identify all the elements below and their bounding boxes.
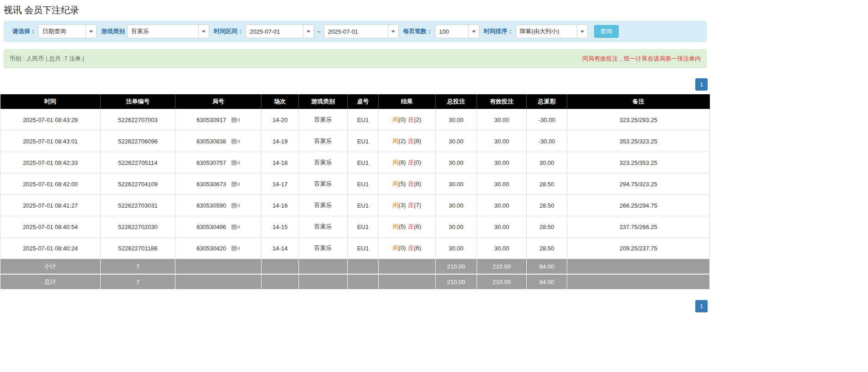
cell-session: 14-14 <box>262 238 299 259</box>
page-size-value: 100 <box>436 28 468 35</box>
round-id-text: 630530838 <box>196 138 226 145</box>
round-id-text: 630530757 <box>196 159 226 166</box>
query-type-select[interactable]: 日期查询 <box>38 25 97 38</box>
cell-note: 323.25/293.25 <box>567 109 710 131</box>
cell-time: 2025-07-01 08:42:33 <box>0 152 101 173</box>
cell-game-type: 百家乐 <box>299 195 348 216</box>
cell-session: 14-15 <box>262 216 299 238</box>
cell-valid-bet: 30.00 <box>477 131 527 152</box>
cell-game-type: 百家乐 <box>299 152 348 173</box>
col-time: 时间 <box>0 94 101 109</box>
cell-table: EU1 <box>348 195 379 216</box>
table-row: 2025-07-01 08:42:00 522622704109 6305306… <box>0 173 710 195</box>
cell-valid-bet: 30.00 <box>477 238 527 259</box>
chevron-down-icon <box>388 25 398 38</box>
cell-total-bet[interactable]: 30.00 <box>436 195 477 216</box>
query-type-value: 日期查询 <box>39 27 86 36</box>
cell-note: 323.25/353.25 <box>567 152 710 173</box>
col-game-type: 游戏类别 <box>299 94 348 109</box>
cell-valid-bet: 30.00 <box>477 216 527 238</box>
cell-time: 2025-07-01 08:41:27 <box>0 195 101 216</box>
total-payout: 84.00 <box>527 274 567 290</box>
result-banker-score: (7) <box>414 202 421 209</box>
game-type-label: 游戏类别 <box>101 27 125 36</box>
result-player-label: 闲 <box>393 223 399 230</box>
game-type-select[interactable]: 百家乐 <box>127 25 209 38</box>
cell-session: 14-17 <box>262 173 299 195</box>
cell-table: EU1 <box>348 109 379 131</box>
col-result: 结果 <box>379 94 436 109</box>
cell-total-bet[interactable]: 30.00 <box>436 109 477 131</box>
chevron-down-icon <box>86 25 96 38</box>
cell-table: EU1 <box>348 238 379 259</box>
video-replay-icon[interactable] <box>231 138 240 145</box>
result-player-label: 闲 <box>393 245 399 251</box>
info-bar: 币别 : 人民币 | 总共 :7 注单 | 同局有效投注，统一计算在该局第一张注… <box>4 49 707 68</box>
sort-order-select[interactable]: 降冪(由大到小) <box>516 25 588 38</box>
cell-session: 14-18 <box>262 152 299 173</box>
cell-round-id: 630530757 <box>175 152 262 173</box>
col-note: 备注 <box>567 94 710 109</box>
result-banker-label: 庄 <box>408 116 414 123</box>
cell-bet-id: 522622702030 <box>101 216 175 238</box>
cell-game-type: 百家乐 <box>299 109 348 131</box>
date-to-value: 2025-07-01 <box>324 28 388 35</box>
col-bet-id: 注单编号 <box>101 94 175 109</box>
table-row: 2025-07-01 08:42:33 522622705114 6305307… <box>0 152 710 173</box>
cell-round-id: 630530673 <box>175 173 262 195</box>
cell-game-type: 百家乐 <box>299 238 348 259</box>
cell-round-id: 630530420 <box>175 238 262 259</box>
date-separator: ~ <box>317 28 321 35</box>
sort-order-label: 时间排序： <box>484 27 514 36</box>
page-size-label: 每页笔数： <box>403 27 433 36</box>
cell-total-bet[interactable]: 30.00 <box>436 173 477 195</box>
cell-note: 237.75/266.25 <box>567 216 710 238</box>
cell-result: 闲(0)庄(6) <box>379 238 436 259</box>
date-to-select[interactable]: 2025-07-01 <box>324 25 399 38</box>
date-from-select[interactable]: 2025-07-01 <box>246 25 314 38</box>
cell-note: 353.25/323.25 <box>567 131 710 152</box>
result-banker-label: 庄 <box>408 138 414 144</box>
total-total-bet: 210.00 <box>436 274 477 290</box>
result-player-label: 闲 <box>393 159 399 166</box>
cell-total-bet[interactable]: 30.00 <box>436 216 477 238</box>
video-replay-icon[interactable] <box>231 245 240 252</box>
chevron-down-icon <box>577 25 587 38</box>
sort-order-value: 降冪(由大到小) <box>516 27 577 36</box>
cell-bet-id: 522622707003 <box>101 109 175 131</box>
cell-payout: 28.50 <box>527 195 567 216</box>
currency-summary-text: 币别 : 人民币 | 总共 :7 注单 | <box>10 55 84 63</box>
page-1-button[interactable]: 1 <box>695 300 708 312</box>
page: 视讯 会员下注纪录 请选择： 日期查询 游戏类别 百家乐 时间区间： 2025-… <box>0 0 868 312</box>
cell-total-bet[interactable]: 30.00 <box>436 152 477 173</box>
total-count: 7 <box>101 274 175 290</box>
cell-note: 266.25/294.75 <box>567 195 710 216</box>
cell-session: 14-20 <box>262 109 299 131</box>
cell-total-bet[interactable]: 30.00 <box>436 238 477 259</box>
round-id-text: 630530590 <box>196 202 226 209</box>
game-type-value: 百家乐 <box>128 27 198 36</box>
page-size-select[interactable]: 100 <box>435 25 479 38</box>
result-player-label: 闲 <box>393 180 399 187</box>
search-button[interactable]: 查询 <box>594 25 619 38</box>
video-replay-icon[interactable] <box>231 202 240 209</box>
cell-round-id: 630530917 <box>175 109 262 131</box>
video-replay-icon[interactable] <box>231 181 240 188</box>
cell-time: 2025-07-01 08:40:24 <box>0 238 101 259</box>
round-id-text: 630530917 <box>196 117 226 123</box>
video-replay-icon[interactable] <box>231 159 240 166</box>
result-player-score: (5) <box>399 180 406 187</box>
cell-session: 14-19 <box>262 131 299 152</box>
result-banker-score: (8) <box>414 138 421 144</box>
page-1-button[interactable]: 1 <box>695 78 708 91</box>
cell-total-bet[interactable]: 30.00 <box>436 131 477 152</box>
cell-game-type: 百家乐 <box>299 131 348 152</box>
col-total-bet: 总投注 <box>436 94 477 109</box>
col-session: 场次 <box>262 94 299 109</box>
video-replay-icon[interactable] <box>231 117 240 123</box>
table-body: 2025-07-01 08:43:29 522622707003 6305309… <box>0 109 710 290</box>
result-player-score: (2) <box>399 138 406 144</box>
col-valid-bet: 有效投注 <box>477 94 527 109</box>
result-banker-label: 庄 <box>408 180 414 187</box>
video-replay-icon[interactable] <box>231 224 240 230</box>
